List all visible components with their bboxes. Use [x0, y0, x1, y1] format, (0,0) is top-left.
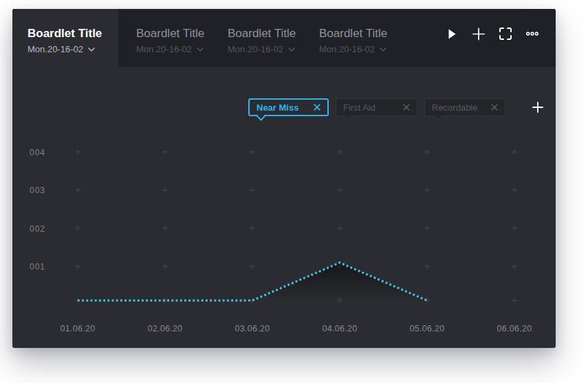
boardlet-card: Boardlet Title Mon.20-16-02 Boardlet Tit…	[12, 9, 556, 348]
add-boardlet-icon[interactable]	[472, 28, 485, 40]
filter-chip-near-miss[interactable]: Near Miss	[248, 98, 329, 116]
chip-label: Near Miss	[257, 102, 298, 113]
chip-label: First Aid	[343, 102, 375, 113]
tab-date-dropdown[interactable]: Mon.20-16-02	[228, 44, 301, 54]
header-actions	[446, 9, 556, 67]
tab-date-label: Mon.20-16-02	[136, 44, 192, 54]
tab-boardlet-4[interactable]: Boardlet Title Mon.20-16-02	[301, 9, 393, 67]
boardlet-body: 01.06.2002.06.2003.06.2004.06.2005.06.20…	[12, 67, 556, 348]
svg-text:05.06.20: 05.06.20	[409, 324, 444, 333]
tab-date-label: Mon.20-16-02	[228, 44, 283, 54]
chart-grid-markers	[75, 149, 517, 303]
svg-text:03.06.20: 03.06.20	[235, 324, 270, 333]
y-axis-labels: 004003002001	[30, 148, 45, 272]
svg-text:001: 001	[30, 262, 45, 272]
tab-boardlet-3[interactable]: Boardlet Title Mon.20-16-02	[210, 9, 301, 67]
fullscreen-icon[interactable]	[499, 28, 512, 40]
tab-date-label: Mon.20-16-02	[319, 44, 375, 54]
svg-text:06.06.20: 06.06.20	[497, 324, 532, 333]
chevron-down-icon	[88, 47, 95, 52]
add-filter-icon[interactable]	[532, 101, 544, 113]
filter-chip-first-aid[interactable]: First Aid	[336, 98, 417, 116]
close-icon[interactable]	[314, 104, 320, 111]
boardlet-header: Boardlet Title Mon.20-16-02 Boardlet Tit…	[12, 9, 556, 67]
tab-date-label: Mon.20-16-02	[28, 44, 83, 54]
svg-text:003: 003	[30, 186, 45, 195]
tab-title: Boardlet Title	[319, 27, 393, 41]
svg-text:002: 002	[30, 224, 45, 234]
chip-label: Recordable	[432, 102, 478, 113]
svg-text:04.06.20: 04.06.20	[322, 324, 357, 333]
tab-date-dropdown[interactable]: Mon.20-16-02	[28, 44, 118, 54]
chevron-down-icon	[288, 47, 295, 52]
svg-text:004: 004	[30, 148, 45, 157]
chevron-down-icon	[197, 47, 204, 52]
svg-text:02.06.20: 02.06.20	[147, 324, 182, 333]
tab-title: Boardlet Title	[136, 27, 210, 41]
chevron-down-icon	[380, 47, 386, 52]
filter-chip-recordable[interactable]: Recordable	[424, 98, 505, 116]
tab-title: Boardlet Title	[228, 27, 301, 41]
close-icon[interactable]	[491, 104, 498, 111]
close-icon[interactable]	[403, 104, 410, 111]
svg-text:01.06.20: 01.06.20	[60, 324, 95, 333]
tab-date-dropdown[interactable]: Mon.20-16-02	[136, 44, 210, 54]
tab-date-dropdown[interactable]: Mon.20-16-02	[319, 44, 393, 54]
tab-boardlet-1[interactable]: Boardlet Title Mon.20-16-02	[12, 9, 118, 67]
more-options-icon[interactable]	[526, 28, 538, 40]
x-axis-labels: 01.06.2002.06.2003.06.2004.06.2005.06.20…	[60, 324, 532, 333]
tab-title: Boardlet Title	[28, 27, 118, 41]
filter-chip-row: Near Miss First Aid Recordable	[248, 98, 544, 116]
tab-boardlet-2[interactable]: Boardlet Title Mon.20-16-02	[118, 9, 210, 67]
play-icon[interactable]	[446, 28, 458, 40]
